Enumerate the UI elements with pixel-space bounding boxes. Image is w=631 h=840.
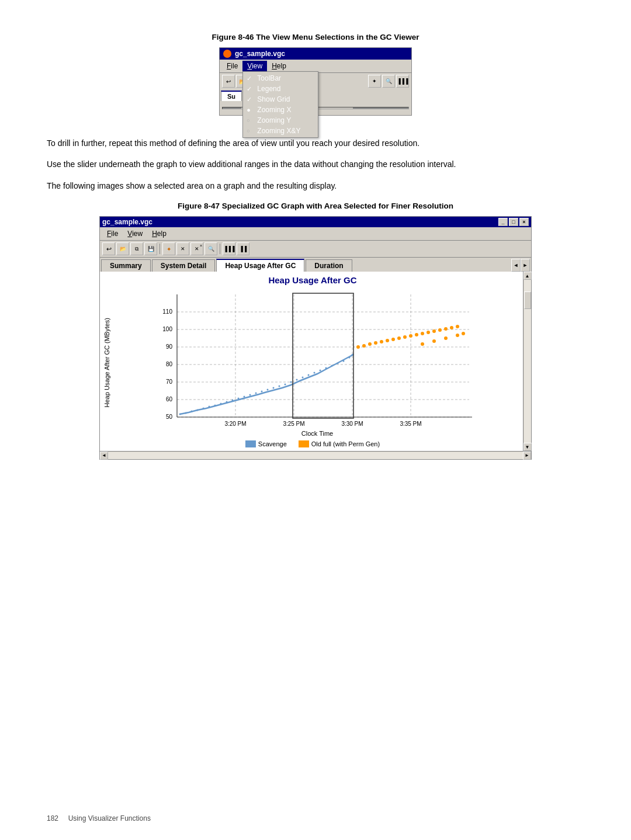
chart1-btn-47[interactable]: ▐▐▐ [223, 242, 235, 255]
copy-btn-47[interactable]: ⧉ [130, 242, 143, 255]
menu-zooming-xy[interactable]: ○ Zooming X&Y [243, 126, 318, 136]
menu-zooming-x[interactable]: ● Zooming X [243, 105, 318, 115]
svg-point-41 [290, 381, 292, 383]
hs-right-arrow[interactable]: ► [523, 452, 531, 460]
save-btn-47[interactable]: 💾 [144, 242, 157, 255]
menubar-47: File View Help [100, 227, 531, 241]
menu-help-46[interactable]: Help [267, 61, 291, 71]
svg-text:100: 100 [162, 326, 172, 332]
svg-point-53 [356, 345, 360, 349]
svg-point-68 [444, 327, 448, 331]
svg-point-73 [444, 336, 448, 340]
hs-left-arrow[interactable]: ◄ [100, 452, 108, 460]
page-footer: 182 Using Visualizer Functions [47, 814, 151, 822]
svg-point-26 [203, 408, 204, 409]
svg-point-42 [296, 379, 298, 381]
scrollbar-vert-47: ▲ ▼ [523, 272, 531, 451]
svg-point-32 [238, 398, 240, 400]
tab-summary-47[interactable]: Summary [101, 259, 151, 272]
undo-btn-47[interactable]: ↩ [102, 242, 115, 255]
svg-point-49 [337, 363, 339, 365]
tab-scroll-right[interactable]: ► [521, 259, 530, 272]
menu-view-47[interactable]: View [123, 228, 147, 239]
chart2-btn-47[interactable]: ▐▐ [237, 242, 249, 255]
tab-heap-usage-47[interactable]: Heap Usage After GC [216, 259, 304, 272]
menu-file-47[interactable]: File [102, 228, 123, 239]
undo-button-46[interactable]: ↩ [222, 75, 235, 88]
svg-point-47 [325, 367, 327, 369]
menu-legend[interactable]: ✓ Legend [243, 84, 318, 94]
menu-toolbar[interactable]: ✓ ToolBar [243, 73, 318, 84]
menu-show-grid[interactable]: ✓ Show Grid [243, 94, 318, 105]
svg-point-28 [214, 405, 216, 407]
figure-47-caption: Figure 8-47 Specialized GC Graph with Ar… [178, 202, 453, 210]
sb-up-arrow[interactable]: ▲ [523, 272, 532, 280]
app-icon-46 [223, 50, 231, 58]
svg-point-45 [314, 372, 316, 374]
svg-point-29 [220, 403, 222, 405]
legend-old-full-label: Old full (with Perm Gen) [311, 440, 380, 447]
tab-scroll-btns: ◄ ► [511, 259, 530, 272]
svg-point-43 [302, 377, 304, 379]
legend-check: ✓ [247, 85, 252, 93]
minimize-button[interactable]: _ [498, 218, 508, 226]
svg-point-57 [380, 340, 383, 343]
tab-summary-46[interactable]: Su [221, 91, 242, 101]
sb-thumb-47[interactable] [524, 291, 531, 309]
tab-scroll-left[interactable]: ◄ [511, 259, 521, 272]
view-dropdown-46: ✓ ToolBar ✓ Legend ✓ Show Grid ● Zooming… [242, 71, 318, 138]
svg-point-30 [226, 401, 228, 403]
svg-point-33 [244, 396, 245, 398]
footer-text: Using Visualizer Functions [68, 814, 151, 822]
svg-point-22 [179, 414, 181, 415]
svg-text:50: 50 [166, 414, 173, 420]
grid-check: ✓ [247, 96, 252, 103]
legend-scavenge: Scavenge [245, 440, 287, 447]
svg-point-24 [191, 411, 193, 412]
menu-view-46[interactable]: View ✓ ToolBar ✓ Legend ✓ Show Grid [242, 61, 267, 71]
search-btn-46[interactable]: 🔍 [382, 75, 395, 88]
zoom2-btn-47[interactable]: ✕× [190, 242, 203, 255]
page-number: 182 [47, 814, 58, 822]
sb-track-47[interactable] [524, 280, 531, 443]
svg-point-38 [273, 387, 275, 389]
svg-point-66 [432, 329, 436, 333]
zoom-btn-46[interactable]: ✦ [368, 75, 381, 88]
menu-zooming-y[interactable]: ○ Zooming Y [243, 115, 318, 126]
restore-button[interactable]: □ [509, 218, 518, 226]
menu-help-47[interactable]: Help [147, 228, 171, 239]
svg-point-25 [197, 409, 199, 411]
svg-text:3:25 PM: 3:25 PM [283, 421, 304, 427]
svg-point-71 [421, 342, 424, 346]
tab-system-detail-47[interactable]: System Detail [152, 259, 216, 272]
menu-file-46[interactable]: File [222, 61, 242, 71]
tab-duration-47[interactable]: Duration [306, 259, 352, 272]
legend-old-full-box [299, 440, 309, 447]
x-axis-label-47: Clock Time [113, 430, 522, 437]
star-btn-47[interactable]: ✦ [162, 242, 175, 255]
svg-text:3:30 PM: 3:30 PM [341, 421, 363, 427]
svg-text:90: 90 [166, 343, 173, 350]
svg-point-50 [343, 360, 345, 362]
window-title-47: gc_sample.vgc [102, 218, 152, 226]
open-btn-47[interactable]: 📂 [116, 242, 129, 255]
svg-point-55 [368, 342, 372, 346]
svg-point-46 [320, 370, 321, 372]
search-btn-47[interactable]: 🔍 [204, 242, 217, 255]
sb-down-arrow[interactable]: ▼ [523, 443, 532, 451]
chart-btn-46[interactable]: ▐▐▐ [396, 75, 409, 88]
svg-point-37 [267, 389, 269, 391]
chart-container: Heap Usage After GC Heap Usage After GC … [100, 272, 531, 451]
zoom1-btn-47[interactable]: ✕ [176, 242, 189, 255]
tabs-row-47: Summary System Detail Heap Usage After G… [100, 258, 531, 272]
chart-title-47: Heap Usage After GC [103, 275, 522, 285]
svg-point-61 [403, 335, 407, 339]
svg-point-31 [232, 400, 234, 401]
close-button[interactable]: × [519, 218, 529, 226]
body-text-3: The following images show a selected are… [47, 179, 584, 192]
svg-point-60 [397, 336, 401, 340]
horiz-scroll-47: ◄ ► [100, 451, 531, 459]
toolbar-47: ↩ 📂 ⧉ 💾 ✦ ✕ ✕× 🔍 ▐▐▐ ▐▐ [100, 241, 531, 258]
menubar-46: File View ✓ ToolBar ✓ Legend ✓ Sh [220, 60, 411, 73]
hs-track-47[interactable] [108, 452, 523, 459]
